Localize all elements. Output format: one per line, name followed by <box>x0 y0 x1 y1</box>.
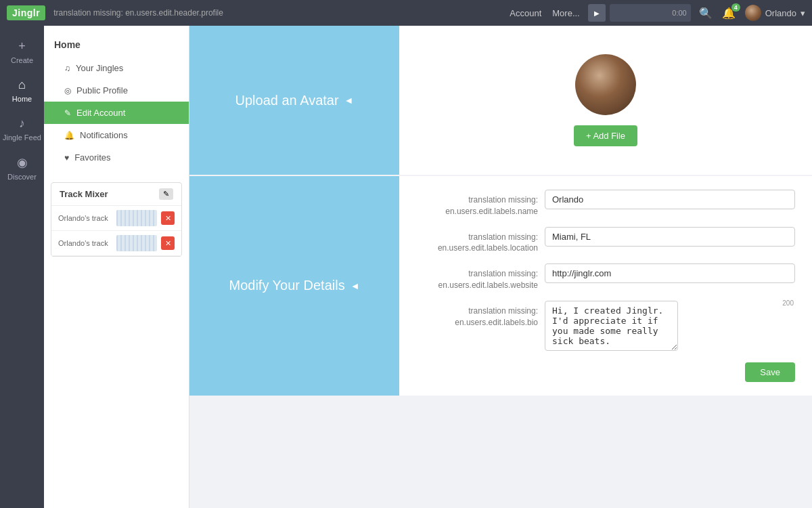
bio-label: translation missing: en.users.edit.label… <box>416 301 538 329</box>
sidebar-item-create[interactable]: + Create <box>0 33 44 71</box>
breadcrumb: translation missing: en.users.edit.heade… <box>53 8 510 18</box>
notifications-button[interactable]: 🔔 4 <box>722 7 736 20</box>
more-link[interactable]: More... <box>552 8 579 18</box>
pencil-icon: ✎ <box>163 190 169 198</box>
main-content: Upload an Avatar ◄ + Add File Modify You… <box>189 26 812 508</box>
upload-avatar-left: Upload an Avatar ◄ <box>189 26 399 175</box>
sidebar-notifications-label: Notifications <box>80 130 128 140</box>
sidebar-item-jingle-feed[interactable]: ♪ Jingle Feed <box>0 110 44 148</box>
upload-avatar-text: Upload an Avatar ◄ <box>235 93 354 108</box>
chevron-down-icon: ▾ <box>800 8 805 18</box>
save-button[interactable]: Save <box>745 362 795 382</box>
music-note-icon: ♫ <box>64 64 70 73</box>
track-mixer-edit-button[interactable]: ✎ <box>159 188 173 200</box>
nav-links: Account More... <box>510 8 579 18</box>
player-bar: 0:00 <box>610 4 691 22</box>
avatar <box>575 54 636 115</box>
modify-details-text: Modify Your Details ◄ <box>229 278 359 293</box>
play-button[interactable]: ▶ <box>588 4 606 22</box>
sidebar-item-notifications[interactable]: 🔔 Notifications <box>44 124 189 146</box>
user-name: Orlando <box>765 8 796 18</box>
sidebar-item-home[interactable]: ⌂ Home <box>0 71 44 110</box>
track-mixer-header: Track Mixer ✎ <box>51 183 181 206</box>
user-menu[interactable]: Orlando ▾ <box>745 5 805 21</box>
track-row: Orlando's track ✕ <box>51 206 181 231</box>
account-link[interactable]: Account <box>510 8 541 18</box>
bio-textarea[interactable] <box>545 301 678 351</box>
discover-icon: ◉ <box>17 155 28 170</box>
add-file-button[interactable]: + Add File <box>574 125 637 146</box>
jingle-feed-icon: ♪ <box>19 117 25 131</box>
modify-details-label: Modify Your Details <box>229 278 344 293</box>
heart-icon: ♥ <box>64 153 69 163</box>
upload-avatar-panel: Upload an Avatar ◄ + Add File <box>189 26 812 175</box>
app-logo: Jinglr <box>7 5 45 20</box>
track-2-delete-button[interactable]: ✕ <box>161 236 175 250</box>
name-form-row: translation missing: en.users.edit.label… <box>416 190 795 217</box>
track-mixer-title: Track Mixer <box>60 189 108 199</box>
bio-form-row: translation missing: en.users.edit.label… <box>416 301 795 353</box>
track-2-waveform <box>116 235 157 251</box>
create-icon: + <box>18 39 26 54</box>
upload-avatar-label: Upload an Avatar <box>235 93 339 108</box>
home-icon: ⌂ <box>18 78 26 92</box>
form-actions: Save <box>416 362 795 382</box>
search-icon: 🔍 <box>699 7 713 20</box>
avatar-image <box>575 54 636 115</box>
notification-badge: 4 <box>731 3 740 12</box>
modify-details-right: translation missing: en.users.edit.label… <box>399 176 812 396</box>
sidebar-item-discover-label: Discover <box>7 173 37 181</box>
track-row: Orlando's track ✕ <box>51 231 181 256</box>
upload-avatar-right: + Add File <box>399 26 812 175</box>
secondary-sidebar: Home ♫ Your Jingles ◎ Public Profile ✎ E… <box>44 26 189 508</box>
sidebar-item-favorites[interactable]: ♥ Favorites <box>44 146 189 169</box>
track-2-label: Orlando's track <box>58 239 112 247</box>
char-count: 200 <box>782 299 794 307</box>
player-time: 0:00 <box>672 9 686 17</box>
website-form-row: translation missing: en.users.edit.label… <box>416 263 795 291</box>
modify-details-left: Modify Your Details ◄ <box>189 176 399 396</box>
bio-textarea-wrapper: 200 <box>545 301 795 353</box>
sidebar-item-home-label: Home <box>12 95 32 103</box>
name-input[interactable] <box>545 190 795 209</box>
edit-icon: ✎ <box>64 108 71 118</box>
sidebar-home-item[interactable]: Home <box>44 33 189 57</box>
user-avatar-small <box>745 5 761 21</box>
search-button[interactable]: 🔍 <box>699 7 713 20</box>
track-1-delete-button[interactable]: ✕ <box>161 211 175 225</box>
top-nav: Jinglr translation missing: en.users.edi… <box>0 0 812 26</box>
left-sidebar: + Create ⌂ Home ♪ Jingle Feed ◉ Discover <box>0 26 44 508</box>
sidebar-nav-section: Home ♫ Your Jingles ◎ Public Profile ✎ E… <box>44 26 189 175</box>
arrow-right-icon: ◄ <box>344 95 354 106</box>
sidebar-item-create-label: Create <box>11 56 33 64</box>
sidebar-item-edit-account[interactable]: ✎ Edit Account <box>44 102 189 124</box>
track-1-waveform <box>116 210 157 226</box>
notification-icon: 🔔 <box>64 131 74 140</box>
content-area: Home ♫ Your Jingles ◎ Public Profile ✎ E… <box>44 26 812 508</box>
track-1-label: Orlando's track <box>58 214 112 222</box>
name-label: translation missing: en.users.edit.label… <box>416 190 538 217</box>
sidebar-item-jingle-feed-label: Jingle Feed <box>3 133 41 142</box>
sidebar-your-jingles-label: Your Jingles <box>76 63 123 73</box>
profile-icon: ◎ <box>64 86 71 96</box>
player: ▶ 0:00 <box>588 4 691 22</box>
website-label: translation missing: en.users.edit.label… <box>416 263 538 291</box>
location-label: translation missing: en.users.edit.label… <box>416 227 538 255</box>
modify-details-panel: Modify Your Details ◄ translation missin… <box>189 176 812 396</box>
arrow-right-icon-2: ◄ <box>351 280 360 291</box>
location-form-row: translation missing: en.users.edit.label… <box>416 227 795 255</box>
sidebar-item-your-jingles[interactable]: ♫ Your Jingles <box>44 57 189 79</box>
sidebar-item-public-profile[interactable]: ◎ Public Profile <box>44 79 189 102</box>
location-input[interactable] <box>545 227 795 247</box>
sidebar-favorites-label: Favorites <box>74 152 110 163</box>
nav-icons: 🔍 🔔 4 Orlando ▾ <box>699 5 805 21</box>
sidebar-public-profile-label: Public Profile <box>76 85 128 96</box>
sidebar-edit-account-label: Edit Account <box>76 108 125 118</box>
track-mixer-box: Track Mixer ✎ Orlando's track ✕ Orlando'… <box>51 182 182 257</box>
sidebar-item-discover[interactable]: ◉ Discover <box>0 148 44 188</box>
website-input[interactable] <box>545 263 795 283</box>
